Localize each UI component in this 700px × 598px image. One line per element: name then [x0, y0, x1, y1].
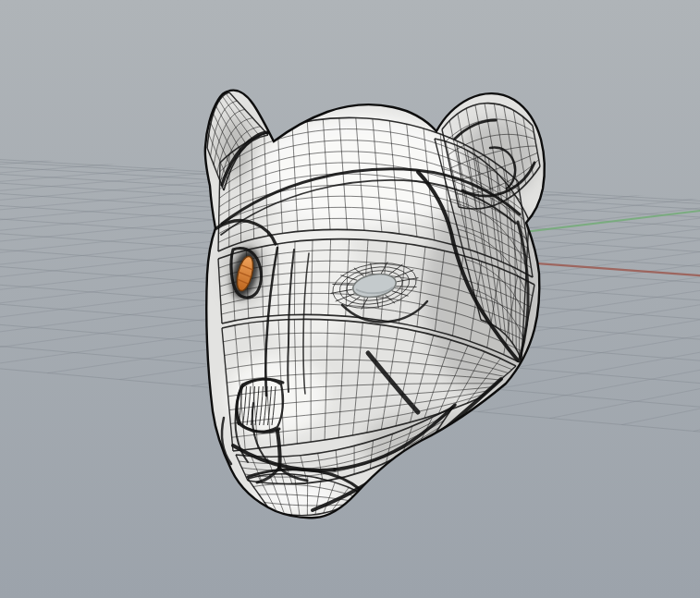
viewport-3d[interactable] — [0, 0, 700, 598]
wire-line — [396, 287, 416, 287]
wire-line — [333, 285, 353, 286]
